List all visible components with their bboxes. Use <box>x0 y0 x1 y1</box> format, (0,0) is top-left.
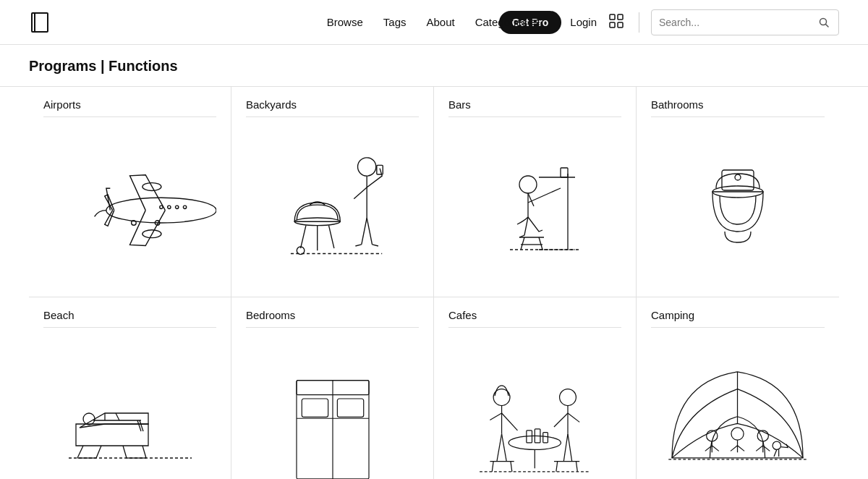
category-name-backyards: Backyards <box>246 98 419 117</box>
logo-icon <box>29 9 56 36</box>
svg-rect-6 <box>618 14 623 20</box>
svg-line-47 <box>142 446 146 458</box>
category-name-airports: Airports <box>43 98 216 117</box>
svg-rect-55 <box>337 399 363 417</box>
svg-point-43 <box>735 174 741 180</box>
logo-area[interactable] <box>29 9 56 36</box>
svg-point-16 <box>168 205 171 208</box>
svg-line-66 <box>511 462 512 472</box>
svg-rect-8 <box>618 22 623 27</box>
nav-about[interactable]: About <box>426 16 454 28</box>
login-button[interactable]: Login <box>570 16 597 28</box>
grid-icon <box>608 13 624 29</box>
illustration-bars <box>448 130 621 275</box>
svg-line-10 <box>826 24 829 27</box>
category-name-beach: Beach <box>43 309 216 328</box>
category-backyards[interactable]: Backyards <box>231 87 434 297</box>
category-name-bathrooms: Bathrooms <box>651 98 825 117</box>
illustration-backyards <box>246 130 419 275</box>
svg-line-26 <box>300 226 305 249</box>
svg-line-69 <box>556 462 558 472</box>
svg-line-45 <box>96 446 101 458</box>
header-right: Get Pro Login <box>499 9 839 35</box>
category-name-bedrooms: Bedrooms <box>246 309 419 328</box>
svg-point-75 <box>773 441 781 449</box>
svg-point-34 <box>519 176 537 193</box>
search-icon <box>818 17 830 28</box>
nav-categories[interactable]: Categories <box>475 16 542 28</box>
illustration-cafes <box>448 341 621 479</box>
svg-line-37 <box>539 237 542 250</box>
svg-line-27 <box>328 226 333 249</box>
svg-line-23 <box>367 218 372 245</box>
category-beach[interactable]: Beach <box>29 297 231 479</box>
svg-rect-5 <box>610 14 615 20</box>
svg-point-11 <box>106 198 216 223</box>
category-name-bars: Bars <box>448 98 621 117</box>
svg-line-65 <box>492 462 493 472</box>
category-name-camping: Camping <box>651 309 825 328</box>
main-nav: Browse Tags About Categories <box>327 16 541 28</box>
illustration-bedrooms <box>246 341 419 479</box>
search-container <box>651 9 839 35</box>
nav-browse[interactable]: Browse <box>327 16 363 28</box>
illustration-camping <box>651 341 825 479</box>
category-cafes[interactable]: Cafes <box>434 297 637 479</box>
category-bathrooms[interactable]: Bathrooms <box>637 87 839 297</box>
svg-point-67 <box>560 389 576 406</box>
category-name-cafes: Cafes <box>448 309 621 328</box>
svg-rect-62 <box>543 433 548 443</box>
svg-point-15 <box>176 205 179 208</box>
search-button[interactable] <box>818 17 830 28</box>
header: Browse Tags About Categories Get Pro Log… <box>0 0 868 45</box>
illustration-bathrooms <box>651 130 825 275</box>
search-input[interactable] <box>659 17 818 28</box>
category-bedrooms[interactable]: Bedrooms <box>231 297 434 479</box>
svg-line-44 <box>77 446 83 458</box>
illustration-beach <box>43 341 216 479</box>
svg-point-14 <box>183 205 186 208</box>
header-divider <box>639 12 639 33</box>
svg-rect-7 <box>610 22 615 27</box>
svg-point-73 <box>731 428 744 440</box>
svg-line-36 <box>521 237 524 250</box>
svg-rect-54 <box>302 399 328 417</box>
hamburger-icon <box>531 17 541 27</box>
nav-tags[interactable]: Tags <box>383 16 407 28</box>
svg-line-22 <box>361 218 366 245</box>
category-airports[interactable]: Airports <box>29 87 231 297</box>
svg-line-46 <box>123 446 127 458</box>
svg-point-50 <box>83 413 95 425</box>
illustration-airports <box>43 130 216 275</box>
category-bars[interactable]: Bars <box>434 87 637 297</box>
svg-point-20 <box>357 158 375 176</box>
svg-line-70 <box>576 462 578 472</box>
category-camping[interactable]: Camping <box>637 297 839 479</box>
svg-point-17 <box>160 205 163 208</box>
svg-rect-39 <box>561 168 568 177</box>
categories-grid: Airports <box>0 87 868 479</box>
grid-icon-button[interactable] <box>605 10 627 34</box>
page-title: Programs | Functions <box>0 45 868 87</box>
